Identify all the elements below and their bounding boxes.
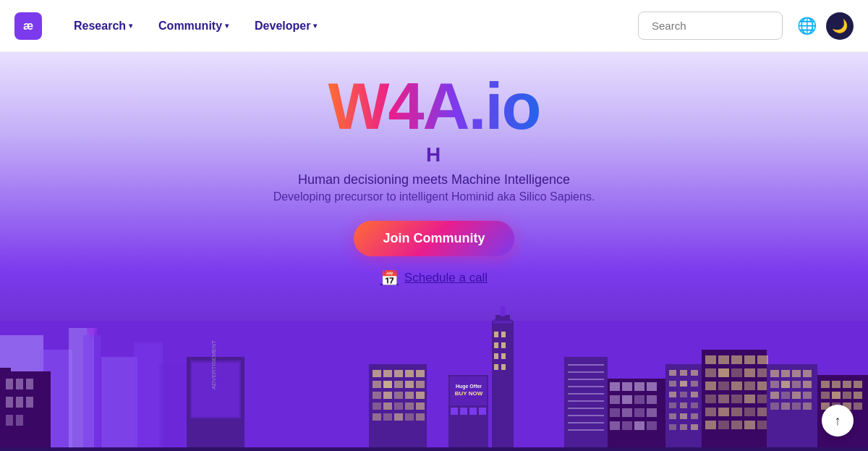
svg-rect-41 xyxy=(460,408,467,415)
svg-rect-54 xyxy=(416,381,425,388)
svg-rect-104 xyxy=(691,381,698,387)
svg-rect-77 xyxy=(568,408,604,409)
svg-rect-65 xyxy=(373,413,381,421)
dark-mode-toggle[interactable]: 🌙 xyxy=(826,12,854,40)
svg-rect-154 xyxy=(781,381,790,388)
svg-rect-82 xyxy=(610,382,620,391)
svg-rect-110 xyxy=(691,402,698,408)
svg-rect-68 xyxy=(405,413,414,421)
svg-rect-60 xyxy=(373,402,381,410)
svg-rect-153 xyxy=(770,381,779,388)
svg-rect-32 xyxy=(494,353,498,359)
svg-rect-96 xyxy=(634,421,644,430)
svg-rect-59 xyxy=(416,392,425,399)
svg-rect-128 xyxy=(705,382,716,390)
nav-item-research[interactable]: Research ▾ xyxy=(64,14,142,38)
svg-rect-76 xyxy=(568,400,604,402)
svg-rect-101 xyxy=(691,370,698,376)
svg-rect-30 xyxy=(494,342,498,348)
svg-rect-140 xyxy=(731,408,742,416)
hero-h-label: H xyxy=(426,143,442,167)
svg-rect-79 xyxy=(568,422,604,423)
svg-rect-16 xyxy=(16,397,23,408)
svg-rect-97 xyxy=(647,421,657,430)
svg-rect-169 xyxy=(854,381,862,388)
svg-rect-143 xyxy=(705,421,716,429)
svg-rect-125 xyxy=(731,368,742,377)
svg-rect-70 xyxy=(564,357,608,451)
svg-rect-130 xyxy=(731,382,742,390)
svg-rect-133 xyxy=(705,395,716,403)
nav-item-community[interactable]: Community ▾ xyxy=(148,14,239,38)
svg-rect-116 xyxy=(691,424,698,430)
svg-rect-92 xyxy=(634,408,644,417)
hero-subtitle2: Developing precursor to intelligent Homi… xyxy=(273,190,595,203)
logo[interactable]: æ xyxy=(14,12,42,40)
svg-rect-152 xyxy=(803,370,812,377)
svg-rect-90 xyxy=(610,408,620,417)
svg-rect-103 xyxy=(680,381,687,387)
svg-rect-134 xyxy=(718,395,729,403)
svg-rect-64 xyxy=(416,402,425,410)
svg-rect-11 xyxy=(0,368,11,371)
svg-rect-121 xyxy=(744,355,755,364)
svg-rect-172 xyxy=(843,392,851,399)
nav-research-label: Research xyxy=(74,20,126,33)
svg-rect-86 xyxy=(610,395,620,404)
svg-rect-178 xyxy=(0,447,868,451)
svg-rect-122 xyxy=(757,355,768,364)
svg-rect-51 xyxy=(383,381,392,388)
svg-rect-163 xyxy=(792,402,801,410)
hero-section: W4A.io H Human decisioning meets Machine… xyxy=(0,52,868,451)
nav-item-developer[interactable]: Developer ▾ xyxy=(244,14,327,38)
svg-rect-159 xyxy=(792,392,801,399)
svg-rect-135 xyxy=(731,395,742,403)
svg-rect-66 xyxy=(383,413,392,421)
svg-rect-149 xyxy=(770,370,779,377)
svg-rect-34 xyxy=(494,364,498,370)
svg-rect-124 xyxy=(718,368,729,377)
svg-rect-87 xyxy=(622,395,632,404)
svg-rect-164 xyxy=(803,402,812,410)
svg-rect-95 xyxy=(622,421,632,430)
svg-rect-19 xyxy=(16,415,23,426)
join-community-button[interactable]: Join Community xyxy=(354,221,514,256)
svg-rect-47 xyxy=(394,370,403,377)
svg-rect-5 xyxy=(87,328,97,335)
svg-rect-67 xyxy=(394,413,403,421)
svg-rect-89 xyxy=(647,395,657,404)
svg-rect-15 xyxy=(6,397,13,408)
svg-rect-109 xyxy=(680,402,687,408)
svg-rect-13 xyxy=(16,379,23,389)
chevron-down-icon: ▾ xyxy=(225,22,229,30)
svg-rect-78 xyxy=(568,415,604,416)
svg-rect-141 xyxy=(744,408,755,416)
svg-rect-127 xyxy=(757,368,768,377)
svg-rect-106 xyxy=(680,392,687,397)
svg-rect-14 xyxy=(26,379,33,389)
svg-rect-170 xyxy=(821,392,830,399)
svg-rect-50 xyxy=(373,381,381,388)
svg-rect-155 xyxy=(792,381,801,388)
cityscape: ADVERTISEMENT Huge Offer BUY NOW xyxy=(0,263,868,451)
svg-rect-31 xyxy=(501,342,506,348)
globe-icon[interactable]: 🌐 xyxy=(793,12,820,40)
hero-subtitle1: Human decisioning meets Machine Intellig… xyxy=(298,172,570,187)
svg-rect-157 xyxy=(770,392,779,399)
svg-rect-17 xyxy=(26,397,33,408)
svg-text:Huge Offer: Huge Offer xyxy=(456,384,482,389)
nav-links: Research ▾ Community ▾ Developer ▾ xyxy=(64,14,327,38)
svg-rect-63 xyxy=(405,402,414,410)
svg-rect-99 xyxy=(669,370,676,376)
search-input[interactable] xyxy=(638,12,783,40)
svg-rect-123 xyxy=(705,368,716,377)
svg-rect-43 xyxy=(479,408,486,415)
svg-rect-48 xyxy=(405,370,414,377)
svg-rect-145 xyxy=(731,421,742,429)
svg-rect-12 xyxy=(6,379,13,389)
scroll-top-button[interactable]: ↑ xyxy=(822,405,854,437)
svg-text:ADVERTISEMENT: ADVERTISEMENT xyxy=(210,340,217,389)
svg-rect-80 xyxy=(568,429,604,431)
svg-rect-158 xyxy=(781,392,790,399)
svg-rect-85 xyxy=(647,382,657,391)
